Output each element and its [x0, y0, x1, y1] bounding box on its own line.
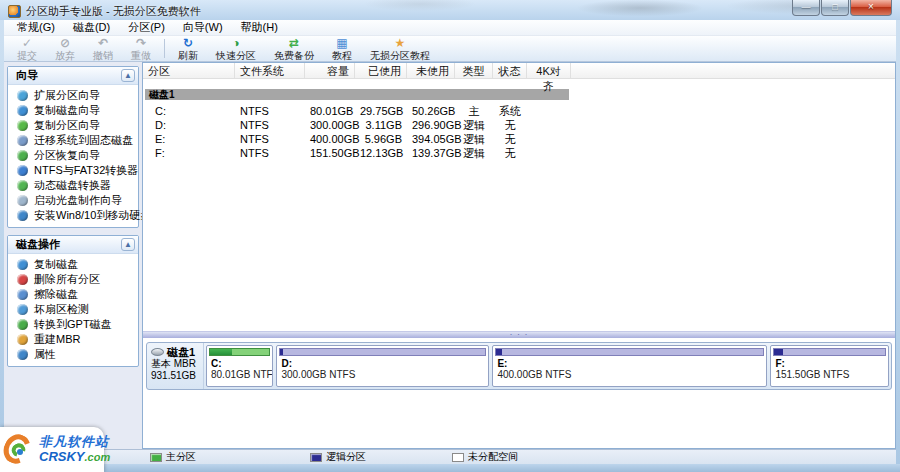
dynamic-disk-converter-icon — [17, 180, 28, 191]
table-row-f[interactable]: F: NTFS 151.50GB 12.13GB 139.37GB 逻辑 无 — [143, 146, 895, 160]
legend-logical: 逻辑分区 — [310, 450, 452, 464]
sidebar-item-bootable-cd-wizard[interactable]: 启动光盘制作向导 — [8, 193, 138, 208]
partition-recovery-wizard-icon — [17, 150, 28, 161]
refresh-button[interactable]: ↻ 刷新 — [169, 36, 207, 61]
wipe-disk-icon — [17, 289, 28, 300]
table-header: 分区 文件系统 容量 已使用 未使用 类型 状态 4K对齐 — [143, 63, 895, 79]
sidebar-item-ntfs-fat32-converter[interactable]: NTFS与FAT32转换器 — [8, 163, 138, 178]
disk-1-info[interactable]: 磁盘1 基本 MBR 931.51GB — [147, 343, 204, 389]
col-capacity[interactable]: 容量 — [305, 63, 355, 78]
maximize-button[interactable]: □ — [821, 0, 849, 16]
partition-block-e[interactable]: E: 400.00GB NTFS — [492, 345, 767, 387]
site-url: CRSKY.com — [39, 449, 110, 465]
minimize-button[interactable]: — — [792, 0, 820, 16]
win-to-go-icon — [17, 210, 28, 221]
undo-icon: ↶ — [98, 37, 108, 49]
sidebar-item-delete-all-partitions[interactable]: 删除所有分区 — [8, 272, 138, 287]
quick-partition-button[interactable]: ◑ 快速分区 — [207, 36, 265, 61]
sidebar-item-partition-recovery-wizard[interactable]: 分区恢复向导 — [8, 148, 138, 163]
sidebar-item-convert-to-gpt[interactable]: 转换到GPT磁盘 — [8, 317, 138, 332]
sidebar-item-bad-sector-test[interactable]: 坏扇区检测 — [8, 302, 138, 317]
sidebar-item-dynamic-disk-converter[interactable]: 动态磁盘转换器 — [8, 178, 138, 193]
convert-to-gpt-icon — [17, 319, 28, 330]
sidebar-item-extend-partition-wizard[interactable]: 扩展分区向导 — [8, 88, 138, 103]
sidebar-item-rebuild-mbr[interactable]: 重建MBR — [8, 332, 138, 347]
free-backup-button[interactable]: ⇄ 免费备份 — [265, 36, 323, 61]
copy-disk-wizard-icon — [17, 105, 28, 116]
commit-icon: ✓ — [22, 37, 32, 49]
quick-partition-pie-icon: ◑ — [232, 37, 239, 49]
col-status[interactable]: 状态 — [493, 63, 527, 78]
redo-button[interactable]: ↷ 重做 — [122, 36, 160, 61]
disk-icon — [151, 348, 164, 356]
sidebar: 向导 ▲ 扩展分区向导 复制磁盘向导 复制分区向导 — [4, 62, 142, 449]
col-filesystem[interactable]: 文件系统 — [235, 63, 305, 78]
sidebar-item-copy-disk[interactable]: 复制磁盘 — [8, 257, 138, 272]
col-partition[interactable]: 分区 — [143, 63, 235, 78]
partition-block-d[interactable]: D: 300.00GB NTFS — [276, 345, 489, 387]
col-used[interactable]: 已使用 — [355, 63, 407, 78]
disk-partitions: C: 80.01GB NTFS D: 300.00GB NTFS E: 400.… — [204, 343, 891, 389]
main-panel: 分区 文件系统 容量 已使用 未使用 类型 状态 4K对齐 磁盘1 C: NTF… — [142, 62, 896, 449]
disk-size: 931.51GB — [151, 370, 201, 382]
free-backup-icon: ⇄ — [289, 37, 299, 49]
title-bar[interactable]: 分区助手专业版 - 无损分区免费软件 — □ × — [0, 0, 900, 20]
disk-1-row: 磁盘1 基本 MBR 931.51GB C: 80.01GB NTFS — [146, 342, 892, 390]
tutorial-button[interactable]: ▦ 教程 — [323, 36, 361, 61]
menu-help[interactable]: 帮助(H) — [232, 19, 287, 36]
bad-sector-test-icon — [17, 304, 28, 315]
toolbar: ✓ 提交 ⊘ 放弃 ↶ 撤销 ↷ 重做 ↻ 刷新 ◑ 快速分区 ⇄ 免费备份 ▦ — [4, 36, 896, 62]
collapse-icon[interactable]: ▲ — [121, 238, 135, 251]
sidebar-item-properties[interactable]: 属性 — [8, 347, 138, 362]
content-area: 向导 ▲ 扩展分区向导 复制磁盘向导 复制分区向导 — [4, 62, 896, 449]
col-unused[interactable]: 未使用 — [407, 63, 455, 78]
close-button[interactable]: × — [850, 0, 892, 16]
partition-block-f[interactable]: F: 151.50GB NTFS — [770, 345, 889, 387]
sidebar-item-win-to-go[interactable]: 安装Win8/10到移动硬盘 — [8, 208, 138, 223]
properties-icon — [17, 349, 28, 360]
usage-bar — [209, 348, 270, 356]
usage-bar — [279, 348, 486, 356]
lossless-tutorial-icon: ★ — [395, 37, 406, 49]
bootable-cd-wizard-icon — [17, 195, 28, 206]
toolbar-separator — [164, 39, 165, 58]
menu-disk[interactable]: 磁盘(D) — [64, 19, 119, 36]
commit-button[interactable]: ✓ 提交 — [8, 36, 46, 61]
app-window: 分区助手专业版 - 无损分区免费软件 — □ × 常规(G) 磁盘(D) 分区(… — [0, 0, 900, 472]
table-row-c[interactable]: C: NTFS 80.01GB 29.75GB 50.26GB 主 系统 — [143, 104, 895, 118]
view-splitter[interactable]: · · · — [143, 331, 895, 338]
disk-group-header[interactable]: 磁盘1 — [145, 89, 569, 100]
col-4k-align[interactable]: 4K对齐 — [527, 63, 571, 78]
tutorial-drive-icon: ▦ — [336, 37, 347, 49]
menu-wizard[interactable]: 向导(W) — [174, 19, 232, 36]
table-row-e[interactable]: E: NTFS 400.00GB 5.96GB 394.05GB 逻辑 无 — [143, 132, 895, 146]
disk-operations-panel-header: 磁盘操作 ▲ — [8, 236, 138, 254]
col-type[interactable]: 类型 — [455, 63, 493, 78]
disk-map: 磁盘1 基本 MBR 931.51GB C: 80.01GB NTFS — [143, 338, 895, 390]
status-bar: 主分区 逻辑分区 未分配空间 — [4, 449, 896, 464]
extend-partition-wizard-icon — [17, 90, 28, 101]
collapse-icon[interactable]: ▲ — [121, 69, 135, 82]
menu-partition[interactable]: 分区(P) — [119, 19, 174, 36]
refresh-icon: ↻ — [183, 37, 193, 49]
delete-all-partitions-icon — [17, 274, 28, 285]
window-controls: — □ × — [791, 0, 892, 16]
menu-general[interactable]: 常规(G) — [8, 19, 64, 36]
migrate-os-to-ssd-icon — [17, 135, 28, 146]
discard-button[interactable]: ⊘ 放弃 — [46, 36, 84, 61]
undo-button[interactable]: ↶ 撤销 — [84, 36, 122, 61]
copy-partition-wizard-icon — [17, 120, 28, 131]
sidebar-item-migrate-os-to-ssd[interactable]: 迁移系统到固态磁盘 — [8, 133, 138, 148]
wizards-panel-header: 向导 ▲ — [8, 67, 138, 85]
unallocated-space-swatch — [452, 453, 464, 462]
sidebar-item-copy-partition-wizard[interactable]: 复制分区向导 — [8, 118, 138, 133]
usage-bar — [495, 348, 764, 356]
sidebar-item-wipe-disk[interactable]: 擦除磁盘 — [8, 287, 138, 302]
site-name: 非凡软件站 — [39, 434, 110, 449]
partition-block-c[interactable]: C: 80.01GB NTFS — [206, 345, 273, 387]
sidebar-item-copy-disk-wizard[interactable]: 复制磁盘向导 — [8, 103, 138, 118]
table-row-d[interactable]: D: NTFS 300.00GB 3.11GB 296.90GB 逻辑 无 — [143, 118, 895, 132]
window-title: 分区助手专业版 - 无损分区免费软件 — [26, 4, 201, 19]
lossless-tutorial-button[interactable]: ★ 无损分区教程 — [361, 36, 439, 61]
copy-disk-icon — [17, 259, 28, 270]
